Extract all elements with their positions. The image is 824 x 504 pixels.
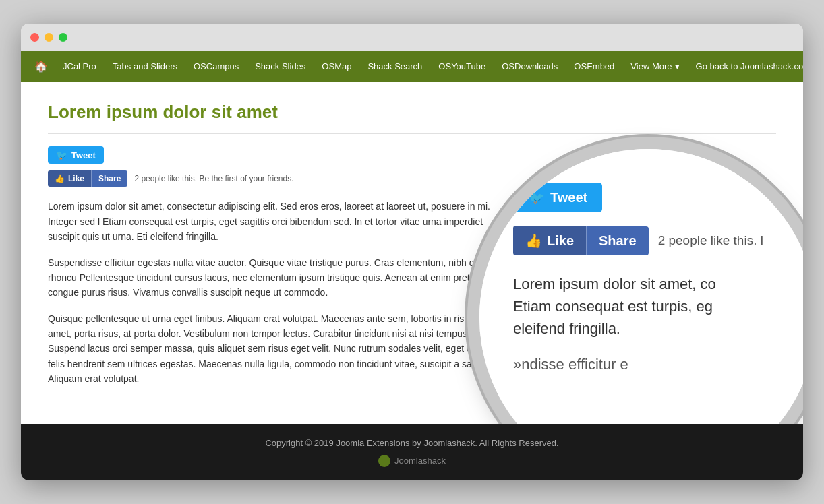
nav-osdownloads[interactable]: OSDownloads — [494, 51, 566, 82]
facebook-count-text: 2 people like this. Be the first of your… — [134, 174, 293, 183]
nav-back-to-joomlashack[interactable]: Go back to Joomlashack.com — [688, 51, 803, 82]
magnified-like-button: 👍 Like — [513, 226, 586, 255]
nav-view-more[interactable]: View More ▾ — [622, 51, 687, 82]
facebook-bar: 👍 Like Share 2 people like this. Be the … — [48, 170, 776, 187]
content-divider — [48, 133, 776, 134]
browser-titlebar — [21, 24, 803, 51]
nav-oscampus[interactable]: OSCampus — [185, 51, 247, 82]
footer: Copyright © 2019 Joomla Extensions by Jo… — [21, 424, 803, 480]
twitter-bird-icon: 🐦 — [56, 150, 67, 160]
magnified-count-text: 2 people like this. l — [658, 233, 763, 248]
magnified-share-button: Share — [586, 226, 649, 255]
minimize-dot[interactable] — [45, 33, 53, 42]
maximize-dot[interactable] — [59, 33, 67, 42]
nav-osmap[interactable]: OSMap — [314, 51, 359, 82]
magnified-tweet-button: 🐦 Tweet — [513, 183, 602, 212]
page-title: Lorem ipsum dolor sit amet — [48, 102, 776, 123]
browser-window: 🏠 JCal Pro Tabs and Sliders OSCampus Sha… — [21, 24, 803, 480]
article-paragraph-3: Quisque pellentesque ut urna eget finibu… — [48, 311, 506, 387]
nav-shack-slides[interactable]: Shack Slides — [247, 51, 314, 82]
article-paragraph-2: Suspendisse efficitur egestas nulla vita… — [48, 255, 506, 301]
magnifier-content: 🐦 Tweet 👍 Like Share 2 people like this.… — [479, 149, 803, 424]
nav-tabs-sliders[interactable]: Tabs and Sliders — [105, 51, 185, 82]
magnified-facebook-bar: 👍 Like Share 2 people like this. l — [513, 226, 790, 255]
thumbs-up-icon: 👍 — [55, 174, 65, 183]
nav-osembed[interactable]: OSEmbed — [566, 51, 622, 82]
nav-shack-search[interactable]: Shack Search — [359, 51, 430, 82]
facebook-like-button[interactable]: 👍 Like — [48, 170, 91, 187]
navbar: 🏠 JCal Pro Tabs and Sliders OSCampus Sha… — [21, 51, 803, 82]
magnified-text: Lorem ipsum dolor sit amet, co Etiam con… — [513, 273, 790, 375]
magnified-thumbs-icon: 👍 — [525, 232, 542, 249]
footer-copyright: Copyright © 2019 Joomla Extensions by Jo… — [34, 438, 790, 448]
joomla-icon — [378, 455, 390, 467]
article-paragraph-1: Lorem ipsum dolor sit amet, consectetur … — [48, 199, 506, 244]
tweet-button[interactable]: 🐦 Tweet — [48, 146, 104, 164]
nav-home[interactable]: 🏠 — [28, 51, 55, 82]
footer-logo-text: Joomlashack — [394, 455, 446, 466]
facebook-share-button[interactable]: Share — [91, 170, 127, 187]
close-dot[interactable] — [30, 33, 39, 42]
magnified-twitter-icon: 🐦 — [528, 189, 545, 206]
nav-jcal-pro[interactable]: JCal Pro — [55, 51, 105, 82]
main-content: Lorem ipsum dolor sit amet 🐦 Tweet 👍 Lik… — [21, 82, 803, 424]
magnifier-overlay: 🐦 Tweet 👍 Like Share 2 people like this.… — [479, 149, 803, 424]
nav-osyoutube[interactable]: OSYouTube — [430, 51, 494, 82]
footer-logo: Joomlashack — [34, 455, 790, 467]
